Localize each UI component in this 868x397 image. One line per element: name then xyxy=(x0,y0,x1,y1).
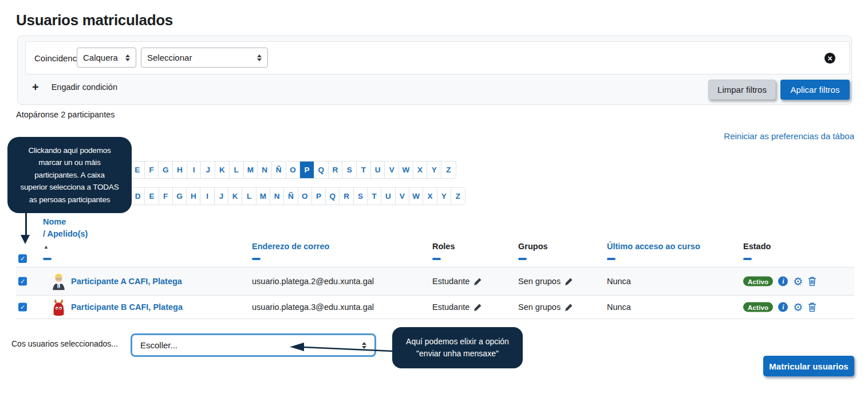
edit-groups-pencil-icon[interactable] xyxy=(565,303,573,312)
gear-icon[interactable]: ⚙ xyxy=(793,302,803,312)
row-select-checkbox[interactable]: ✓ xyxy=(18,303,27,312)
participant-status-cell: Activoi⚙ xyxy=(743,277,816,286)
edit-roles-pencil-icon[interactable] xyxy=(474,303,482,312)
letter-filter-Y[interactable]: Y xyxy=(427,162,441,178)
letter-filter-O[interactable]: O xyxy=(286,162,301,178)
letter-filter-M[interactable]: M xyxy=(244,162,258,178)
letter-filter-P[interactable]: P xyxy=(300,162,314,178)
sort-by-surname-link[interactable]: / Apelido(s) xyxy=(43,228,88,240)
clear-filters-button[interactable]: Limpar filtros xyxy=(708,80,776,100)
reset-table-preferences-link[interactable]: Reiniciar as preferencias da táboa xyxy=(724,131,854,141)
column-header-status: Estado xyxy=(743,242,771,251)
annotation-arrow-line xyxy=(25,213,27,235)
letter-filter-Y[interactable]: Y xyxy=(437,188,451,205)
add-condition-label: Engadir condición xyxy=(52,82,117,92)
annotation-checkbox-tooltip: Clickando aquí podemos marcar un ou máis… xyxy=(7,137,132,213)
letter-filter-I[interactable]: I xyxy=(200,188,214,205)
row-select-checkbox[interactable]: ✓ xyxy=(18,277,27,286)
letter-filter-F[interactable]: F xyxy=(159,188,173,205)
edit-roles-pencil-icon[interactable] xyxy=(474,277,482,286)
blonde-person-avatar xyxy=(51,273,66,290)
letter-filter-S[interactable]: S xyxy=(354,188,368,205)
letter-filter-L[interactable]: L xyxy=(230,162,244,178)
enrolled-users-page: Usuarios matriculados Coincidencia Calqu… xyxy=(0,0,868,397)
letter-filter-J[interactable]: J xyxy=(201,162,215,178)
participant-roles: Estudante xyxy=(432,277,482,286)
hide-column-name-icon[interactable] xyxy=(43,258,52,260)
letter-filter-Q[interactable]: Q xyxy=(314,162,329,178)
trash-icon[interactable] xyxy=(808,302,816,312)
hide-column-groups-icon[interactable] xyxy=(518,258,527,260)
column-header-email[interactable]: Enderezo de correo xyxy=(252,242,329,251)
letter-filter-N[interactable]: N xyxy=(258,162,272,178)
annotation-action-tooltip: Aquí podemos elixir a opción "enviar unh… xyxy=(392,327,523,368)
letter-filter-M[interactable]: M xyxy=(257,188,270,205)
letter-filter-O[interactable]: O xyxy=(298,188,312,205)
letter-filter-H[interactable]: H xyxy=(187,188,200,205)
plus-icon: + xyxy=(32,81,39,93)
letter-filter-Z[interactable]: Z xyxy=(441,162,456,178)
participant-status-cell: Activoi⚙ xyxy=(743,302,816,312)
add-condition-link[interactable]: + Engadir condición xyxy=(32,81,117,93)
hide-column-last-access-icon[interactable] xyxy=(607,258,616,260)
letter-filter-Z[interactable]: Z xyxy=(451,188,465,205)
letter-filter-F[interactable]: F xyxy=(145,162,159,178)
letter-filter-W[interactable]: W xyxy=(399,162,413,178)
letter-filter-J[interactable]: J xyxy=(215,188,228,205)
letter-filter-G[interactable]: G xyxy=(173,188,187,205)
edit-groups-pencil-icon[interactable] xyxy=(565,277,573,286)
status-active-badge: Activo xyxy=(743,277,773,286)
letter-filter-X[interactable]: X xyxy=(413,162,428,178)
letter-filter-Ñ[interactable]: Ñ xyxy=(284,188,298,205)
letter-filter-T[interactable]: T xyxy=(368,188,381,205)
match-label: Coincidencia xyxy=(34,42,84,74)
letter-filter-V[interactable]: V xyxy=(396,188,409,205)
sort-by-name-link[interactable]: Nome xyxy=(43,216,88,228)
letter-filter-Ñ[interactable]: Ñ xyxy=(272,162,286,178)
letter-filter-N[interactable]: N xyxy=(270,188,284,205)
letter-filter-G[interactable]: G xyxy=(159,162,173,178)
trash-icon[interactable] xyxy=(808,277,816,286)
enrolment-info-icon[interactable]: i xyxy=(778,302,788,312)
letter-filter-X[interactable]: X xyxy=(423,188,437,205)
letter-filter-P[interactable]: P xyxy=(312,188,326,205)
letter-filter-S[interactable]: S xyxy=(342,162,357,178)
letter-filter-V[interactable]: V xyxy=(385,162,399,178)
participant-name-link[interactable]: Participante B CAFI, Platega xyxy=(71,302,183,312)
enrolment-info-icon[interactable]: i xyxy=(778,277,788,286)
participant-email: usuario.platega.3@edu.xunta.gal xyxy=(252,302,374,312)
letter-filter-R[interactable]: R xyxy=(329,162,343,178)
gear-icon[interactable]: ⚙ xyxy=(793,277,803,286)
letter-filter-K[interactable]: K xyxy=(228,188,242,205)
hide-column-email-icon[interactable] xyxy=(252,258,261,260)
letter-filter-T[interactable]: T xyxy=(357,162,371,178)
hide-column-roles-icon[interactable] xyxy=(432,258,441,260)
letter-filter-U[interactable]: U xyxy=(381,188,395,205)
remove-filter-icon[interactable]: × xyxy=(824,53,835,64)
participant-last-access: Nunca xyxy=(607,302,631,312)
letter-filter-E[interactable]: E xyxy=(131,162,145,178)
letter-filter-W[interactable]: W xyxy=(409,188,423,205)
results-count: Atopáronse 2 participantes xyxy=(16,110,115,119)
enrol-users-button[interactable]: Matricular usuarios xyxy=(763,356,854,376)
filter-type-select[interactable]: Seleccionar xyxy=(141,48,268,68)
letter-filter-U[interactable]: U xyxy=(371,162,385,178)
column-header-last-access[interactable]: Último acceso ao curso xyxy=(607,242,700,251)
letter-filter-I[interactable]: I xyxy=(187,162,202,178)
match-select[interactable]: Calquera xyxy=(77,48,136,68)
apply-filters-button[interactable]: Aplicar filtros xyxy=(780,80,850,100)
participant-email: usuario.platega.2@edu.xunta.gal xyxy=(252,277,374,286)
letter-filter-Q[interactable]: Q xyxy=(326,188,340,205)
select-all-checkbox[interactable]: ✓ xyxy=(18,254,27,263)
letter-filter-R[interactable]: R xyxy=(340,188,353,205)
hide-column-status-icon[interactable] xyxy=(743,258,752,260)
letter-filter-H[interactable]: H xyxy=(173,162,187,178)
letter-filter-K[interactable]: K xyxy=(215,162,230,178)
select-arrows-icon xyxy=(125,54,130,61)
select-arrows-icon xyxy=(257,54,262,61)
letter-filter-L[interactable]: L xyxy=(242,188,256,205)
filter-region: Coincidencia Calquera Seleccionar × + En… xyxy=(17,36,852,105)
letter-filter-E[interactable]: E xyxy=(145,188,159,205)
participant-name-link[interactable]: Participante A CAFI, Platega xyxy=(71,277,182,286)
letter-filter-D[interactable]: D xyxy=(131,188,145,205)
